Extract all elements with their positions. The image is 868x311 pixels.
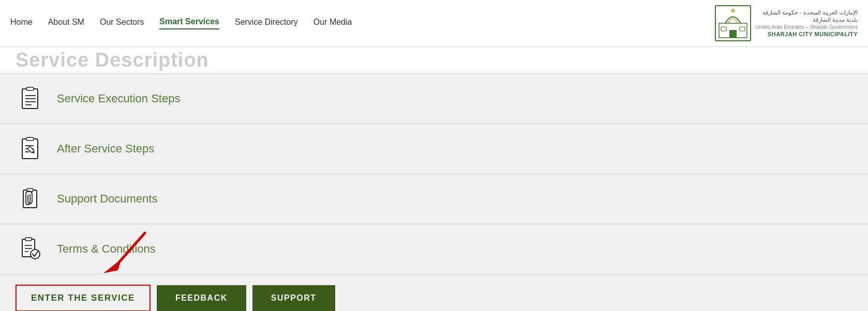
support-button[interactable]: SUPPORT: [252, 285, 335, 311]
logo-icon: [715, 5, 751, 41]
logo-text: الإمارات العربية المتحدة - حكومة الشارقة…: [755, 9, 858, 38]
logo-area: الإمارات العربية المتحدة - حكومة الشارقة…: [715, 5, 858, 41]
clipboard-check-icon: [16, 235, 44, 263]
buttons-row: ENTER THE SERVICE FEEDBACK SUPPORT: [0, 274, 868, 311]
clipboard-edit-icon: [16, 134, 44, 163]
nav-our-media[interactable]: Our Media: [313, 18, 352, 29]
enter-service-button[interactable]: ENTER THE SERVICE: [16, 285, 151, 311]
nav-home[interactable]: Home: [10, 18, 33, 29]
nav-about[interactable]: About SM: [48, 18, 84, 29]
main-content: Service Execution Steps After Service St…: [0, 73, 868, 311]
service-description-bg-text: Service Description: [0, 47, 868, 73]
nav-sectors[interactable]: Our Sectors: [100, 18, 144, 29]
section-execution[interactable]: Service Execution Steps: [0, 74, 868, 124]
section-documents-label: Support Documents: [57, 192, 157, 206]
svg-rect-2: [729, 30, 737, 38]
logo-english: United Arab Emirates – Sharjah Governmen…: [755, 24, 858, 30]
section-terms-label: Terms & Conditions: [57, 242, 156, 256]
svg-rect-22: [25, 238, 32, 241]
logo-arabic2: بلدية مدينة الشارقة: [755, 16, 858, 23]
section-after[interactable]: After Service Steps: [0, 124, 868, 174]
clipboard-list-icon: [16, 84, 44, 113]
navigation: Home About SM Our Sectors Smart Services…: [0, 0, 868, 47]
section-execution-label: Service Execution Steps: [57, 92, 180, 105]
svg-point-26: [31, 250, 40, 259]
nav-smart-services[interactable]: Smart Services: [159, 17, 219, 29]
logo-arabic1: الإمارات العربية المتحدة - حكومة الشارقة: [755, 9, 858, 16]
svg-rect-13: [26, 137, 34, 141]
nav-service-directory[interactable]: Service Directory: [235, 18, 298, 29]
section-terms[interactable]: Terms & Conditions: [0, 224, 868, 274]
clipboard-pin-icon: [16, 184, 44, 213]
svg-rect-3: [721, 27, 726, 31]
nav-links: Home About SM Our Sectors Smart Services…: [10, 17, 352, 29]
logo-scm: SHARJAH CITY MUNICIPALITY: [755, 30, 858, 38]
svg-marker-5: [730, 8, 736, 13]
svg-rect-4: [740, 27, 745, 31]
feedback-button[interactable]: FEEDBACK: [157, 285, 246, 311]
svg-rect-7: [26, 87, 34, 90]
section-documents[interactable]: Support Documents: [0, 174, 868, 224]
section-after-label: After Service Steps: [57, 142, 154, 156]
